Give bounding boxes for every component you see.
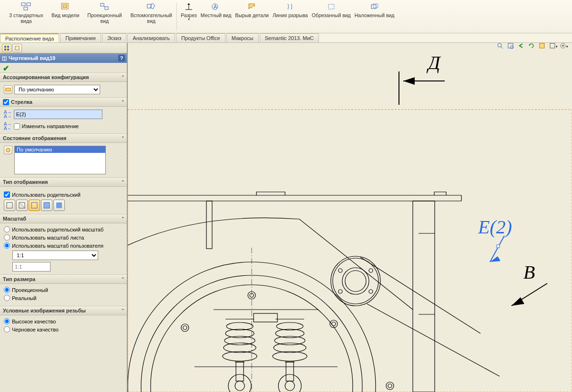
svg-rect-17 <box>373 4 378 8</box>
ribbon-label: Проекционный вид <box>83 12 126 24</box>
section-header-arrow[interactable]: Стрелка ⌃ <box>0 97 127 107</box>
mechanical-drawing <box>128 192 500 392</box>
tab-label: Эскиз <box>107 35 121 41</box>
ribbon-model-view[interactable]: Вид модели <box>50 1 81 33</box>
view-arrow-e-selected[interactable]: Е(2) <box>478 216 512 262</box>
zoom-area-icon[interactable] <box>507 42 516 51</box>
section-view-icon[interactable] <box>539 42 547 51</box>
ribbon-projected-view[interactable]: Проекционный вид <box>81 1 128 33</box>
svg-point-74 <box>386 382 394 390</box>
ribbon-broken-out[interactable]: Вырыв детали <box>233 1 271 33</box>
display-style-icon[interactable]: ▾ <box>549 42 558 51</box>
tab-macros[interactable]: Макросы <box>226 33 259 42</box>
list-item[interactable]: По умолчанию <box>15 146 105 153</box>
svg-rect-15 <box>328 4 334 9</box>
tab-annotation[interactable]: Примечание <box>60 33 101 42</box>
style-hidden-visible[interactable] <box>16 200 28 211</box>
property-manager-tab[interactable] <box>12 44 22 52</box>
arrow-enabled-checkbox[interactable] <box>3 99 9 105</box>
dropdown-marker-icon: ▼ <box>187 18 191 21</box>
style-shaded[interactable] <box>53 200 65 211</box>
svg-line-65 <box>360 257 480 333</box>
svg-rect-2 <box>24 7 28 10</box>
panel-header-tabs <box>0 43 127 53</box>
svg-point-85 <box>235 381 245 391</box>
thread-high-radio[interactable] <box>4 318 10 324</box>
arrow-label-input[interactable] <box>14 110 102 119</box>
svg-rect-29 <box>44 202 50 208</box>
ribbon-crop-view[interactable]: Обрезанный вид <box>310 1 353 33</box>
dim-real-radio[interactable] <box>4 295 10 301</box>
ribbon-separator <box>176 3 177 31</box>
ribbon-label: Обрезанный вид <box>312 12 351 18</box>
chevron-up-icon: ⌃ <box>121 180 125 184</box>
previous-view-icon[interactable] <box>518 42 526 51</box>
ribbon-detail-view[interactable]: A Местный вид <box>199 1 233 33</box>
rotate-view-icon[interactable] <box>528 42 537 51</box>
tab-sketch[interactable]: Эскиз <box>102 33 126 42</box>
svg-point-84 <box>228 374 251 392</box>
ribbon-break-line[interactable]: Линия разрыва <box>271 1 310 33</box>
section-header-dim-type[interactable]: Тип размера ⌃ <box>0 274 127 284</box>
ribbon-three-views[interactable]: 3 стандартных вида <box>3 1 50 33</box>
view-arrow-b[interactable]: В <box>511 261 547 306</box>
style-hidden-removed[interactable] <box>29 200 40 211</box>
section-header-config[interactable]: Ассоциированная конфигурация ⌃ <box>0 72 127 82</box>
display-style-buttons <box>4 200 123 211</box>
property-title-text: Чертежный вид19 <box>9 55 55 61</box>
scale-parent-radio[interactable] <box>4 226 10 232</box>
section-header-thread[interactable]: Условные изображения резьбы ⌃ <box>0 306 127 315</box>
svg-rect-0 <box>21 3 25 6</box>
svg-rect-30 <box>56 202 62 208</box>
svg-rect-6 <box>105 7 108 10</box>
dim-projected-radio[interactable] <box>4 287 10 293</box>
section-header-display-state[interactable]: Состояние отображения ⌃ <box>0 133 127 143</box>
svg-point-63 <box>338 290 342 293</box>
break-line-icon <box>285 2 296 11</box>
tab-evaluate[interactable]: Анализировать <box>127 33 175 42</box>
arrow-flip-icon: A→A← <box>4 122 12 131</box>
help-button[interactable]: ? <box>118 55 125 61</box>
section-title: Состояние отображения <box>3 135 66 141</box>
section-header-scale[interactable]: Масштаб ⌃ <box>0 214 127 223</box>
style-shaded-edges[interactable] <box>41 200 52 211</box>
svg-rect-5 <box>101 3 104 6</box>
tab-semantic[interactable]: Semantic 2013. МиС <box>260 33 319 42</box>
display-state-listbox[interactable]: По умолчанию <box>14 146 106 174</box>
svg-rect-28 <box>31 202 37 208</box>
use-parent-style-checkbox[interactable] <box>4 191 10 198</box>
ok-check-icon[interactable]: ✔ <box>3 64 9 72</box>
scale-user-radio[interactable] <box>4 242 10 249</box>
section-body-dim-type: Проекционный Реальный <box>0 284 127 306</box>
drawing-canvas[interactable]: ▾ ▾ Д Е(2) В <box>128 43 572 392</box>
config-combo[interactable]: По умолчанию <box>14 85 100 94</box>
drawing-view-icon: ◫ <box>2 55 7 61</box>
svg-point-90 <box>274 343 306 352</box>
feature-manager-tab[interactable] <box>2 44 11 52</box>
arrow-grip-handle[interactable] <box>497 245 500 248</box>
tab-view-layout[interactable]: Расположение вида <box>0 33 59 42</box>
ribbon-alternate-view[interactable]: Наложенный вид <box>353 1 397 33</box>
scale-combo[interactable]: 1:1 <box>12 251 98 260</box>
hide-show-icon[interactable]: ▾ <box>560 42 568 51</box>
svg-rect-1 <box>27 3 31 6</box>
zoom-fit-icon[interactable] <box>497 42 505 51</box>
ribbon-aux-view[interactable]: Вспомогательный вид <box>128 1 174 33</box>
svg-point-39 <box>562 45 564 47</box>
svg-rect-4 <box>63 5 67 8</box>
svg-line-27 <box>19 202 25 208</box>
thread-draft-radio[interactable] <box>4 326 10 332</box>
scale-sheet-radio[interactable] <box>4 234 10 241</box>
section-header-display-type[interactable]: Тип отображения ⌃ <box>0 177 127 187</box>
tab-office[interactable]: Продукты Office <box>176 33 225 42</box>
radio-label: Использовать масштаб пользователя <box>12 243 103 249</box>
svg-rect-22 <box>15 46 19 50</box>
style-wireframe[interactable] <box>4 200 15 211</box>
svg-point-31 <box>498 43 501 47</box>
reverse-direction-checkbox[interactable] <box>14 123 20 130</box>
arrow-label-icon: A→A→ <box>4 110 12 119</box>
ribbon-section[interactable]: Разрез ▼ <box>179 1 198 33</box>
tab-label: Semantic 2013. МиС <box>265 35 314 41</box>
tab-label: Макросы <box>232 35 254 41</box>
view-arrow-d[interactable]: Д <box>399 52 445 105</box>
